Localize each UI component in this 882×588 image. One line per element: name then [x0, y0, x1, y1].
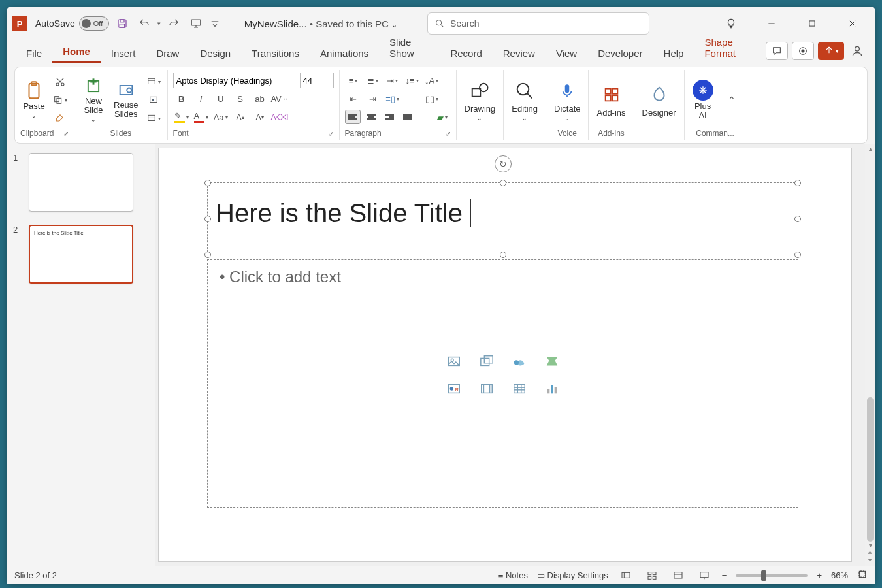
list-level-button[interactable]: ⇥▾: [384, 73, 401, 88]
section-button[interactable]: ▾: [145, 110, 162, 126]
bold-button[interactable]: B: [173, 91, 190, 106]
italic-button[interactable]: I: [193, 91, 210, 106]
tab-home[interactable]: Home: [52, 42, 101, 63]
tab-transitions[interactable]: Transitions: [241, 44, 310, 63]
tab-draw[interactable]: Draw: [146, 44, 189, 63]
grow-font-button[interactable]: A▴: [232, 109, 249, 125]
tab-developer[interactable]: Developer: [587, 44, 653, 63]
undo-button[interactable]: [135, 14, 154, 33]
pictures-icon[interactable]: [474, 350, 499, 372]
resize-handle[interactable]: [204, 180, 211, 186]
collapse-ribbon-icon[interactable]: ⌃: [723, 93, 741, 106]
resize-handle[interactable]: [500, 180, 506, 186]
quickaccess-more-icon[interactable]: [209, 14, 221, 33]
clear-format-button[interactable]: A⌫: [271, 109, 288, 125]
tab-animations[interactable]: Animations: [310, 44, 379, 63]
tab-review[interactable]: Review: [493, 44, 546, 63]
columns-button[interactable]: ▯▯▾: [423, 91, 440, 106]
body-textbox[interactable]: • Click to add text R: [207, 259, 798, 508]
highlight-button[interactable]: ✎▾: [173, 109, 190, 125]
smartart-button[interactable]: ▰▾: [434, 109, 451, 125]
zoom-level[interactable]: 66%: [831, 570, 848, 580]
display-settings-button[interactable]: ▭ Display Settings: [537, 570, 608, 580]
decrease-indent-button[interactable]: ⇤: [345, 91, 362, 106]
chart-icon[interactable]: [540, 378, 564, 400]
normal-view-button[interactable]: [617, 569, 634, 582]
line-spacing-button[interactable]: ↕≡▾: [404, 73, 421, 88]
reuse-slides-button[interactable]: Reuse Slides: [111, 80, 141, 121]
addins-button[interactable]: Add-ins: [594, 82, 628, 119]
scroll-down-icon[interactable]: ▾: [869, 542, 872, 549]
camera-button[interactable]: [792, 42, 814, 60]
numbering-button[interactable]: ≣▾: [365, 73, 382, 88]
notes-button[interactable]: ≡ Notes: [498, 570, 528, 580]
tab-insert[interactable]: Insert: [101, 44, 146, 63]
plusai-button[interactable]: Plus AI: [690, 78, 716, 122]
smartart-icon[interactable]: [540, 350, 564, 372]
editing-button[interactable]: Editing⌄: [509, 78, 540, 123]
autosave-toggle[interactable]: Off: [79, 16, 109, 31]
font-launcher-icon[interactable]: ⤢: [329, 130, 334, 137]
tab-design[interactable]: Design: [189, 44, 241, 63]
scrollbar-thumb[interactable]: [867, 397, 874, 542]
align-text-button[interactable]: ≡▯▾: [384, 91, 401, 106]
next-slide-icon[interactable]: ⏷: [867, 556, 874, 563]
rotate-handle-icon[interactable]: ↻: [495, 155, 512, 172]
present-button[interactable]: [187, 14, 205, 33]
thumbnail-pane[interactable]: 1 2 Here is the Slide Title: [7, 144, 155, 566]
zoom-slider[interactable]: [736, 574, 808, 577]
zoom-out-button[interactable]: −: [722, 570, 727, 580]
change-case-button[interactable]: Aa▾: [212, 109, 229, 125]
align-left-button[interactable]: [345, 110, 361, 124]
drawing-button[interactable]: Drawing⌄: [462, 78, 498, 123]
close-button[interactable]: [840, 14, 865, 33]
document-title[interactable]: MyNewSlide... • Saved to this PC ⌄: [244, 18, 397, 29]
body-placeholder-text[interactable]: • Click to add text: [208, 260, 798, 294]
slide-counter[interactable]: Slide 2 of 2: [14, 570, 57, 580]
paste-button[interactable]: Paste ⌄: [20, 80, 48, 120]
increase-indent-button[interactable]: ⇥: [365, 91, 382, 106]
copy-button[interactable]: ▾: [52, 92, 69, 108]
bullets-button[interactable]: ≡▾: [345, 73, 362, 88]
redo-button[interactable]: [165, 14, 183, 33]
font-size-select[interactable]: [300, 73, 334, 88]
cut-button[interactable]: [52, 74, 69, 90]
search-box[interactable]: Search: [427, 12, 649, 35]
designer-button[interactable]: Designer: [640, 82, 679, 119]
stock-image-icon[interactable]: [442, 350, 466, 372]
font-color-button[interactable]: A▾: [193, 109, 210, 125]
cameo-icon[interactable]: R: [442, 378, 466, 400]
zoom-handle[interactable]: [761, 570, 766, 581]
share-button[interactable]: ▾: [818, 42, 844, 60]
undo-more-icon[interactable]: ▾: [157, 20, 161, 27]
format-painter-button[interactable]: [52, 110, 69, 126]
tab-slideshow[interactable]: Slide Show: [379, 33, 440, 63]
layout-button[interactable]: ▾: [145, 74, 162, 90]
paragraph-launcher-icon[interactable]: ⤢: [446, 130, 451, 137]
slide-canvas[interactable]: ↻ Here is the Slide Title • Click to add…: [158, 148, 852, 562]
strike-button[interactable]: ab: [252, 91, 269, 106]
dictate-button[interactable]: Dictate⌄: [551, 78, 583, 123]
reset-button[interactable]: [145, 92, 162, 108]
scroll-up-icon[interactable]: ▴: [869, 145, 872, 152]
prev-slide-icon[interactable]: ⏶: [867, 549, 874, 556]
maximize-button[interactable]: [800, 14, 825, 33]
sorter-view-button[interactable]: [644, 569, 661, 582]
text-direction-button[interactable]: ↓A▾: [423, 73, 440, 88]
tab-record[interactable]: Record: [440, 44, 492, 63]
title-text[interactable]: Here is the Slide Title: [208, 183, 798, 244]
table-icon[interactable]: [507, 378, 532, 400]
account-icon[interactable]: [848, 42, 866, 60]
resize-handle[interactable]: [794, 216, 801, 222]
char-spacing-button[interactable]: AV↔: [271, 91, 288, 106]
zoom-in-button[interactable]: +: [817, 570, 822, 580]
clipboard-launcher-icon[interactable]: ⤢: [63, 130, 69, 137]
underline-button[interactable]: U: [212, 91, 229, 106]
fit-window-button[interactable]: [857, 569, 868, 581]
resize-handle[interactable]: [794, 180, 801, 186]
shrink-font-button[interactable]: A▾: [252, 109, 269, 125]
tab-shape-format[interactable]: Shape Format: [694, 33, 766, 63]
title-textbox[interactable]: ↻ Here is the Slide Title: [207, 182, 798, 255]
thumbnail-slide-1[interactable]: 1: [13, 153, 149, 212]
tab-file[interactable]: File: [16, 44, 52, 63]
